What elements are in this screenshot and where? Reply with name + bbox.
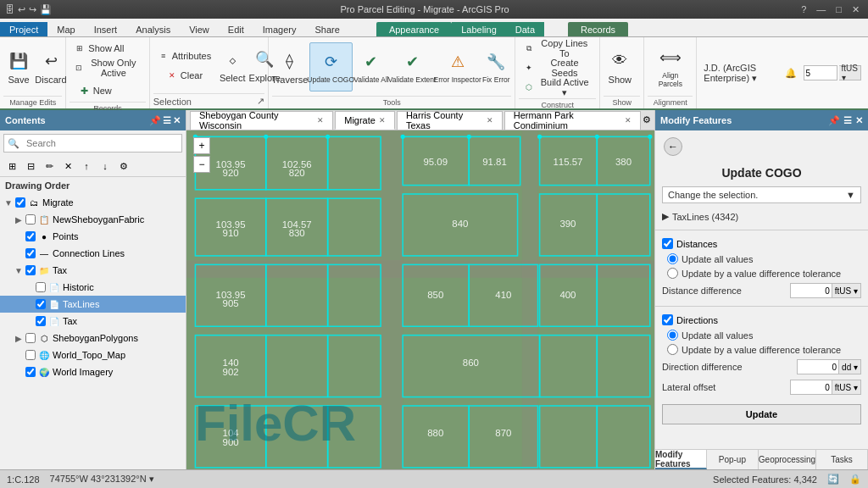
- expand-newsheboygan[interactable]: ▶: [14, 214, 24, 225]
- distances-radio-diff-input[interactable]: [667, 268, 678, 279]
- layer-item-historic[interactable]: ▶ 📄 Historic: [0, 279, 186, 296]
- update-button[interactable]: Update: [662, 404, 861, 424]
- search-input[interactable]: [23, 138, 181, 148]
- traverse-button[interactable]: ⟠ Traverse: [272, 42, 308, 92]
- map-config-icon[interactable]: ⚙: [643, 114, 651, 125]
- selection-expand-icon[interactable]: ↗: [257, 96, 264, 107]
- layer-item-sheboyganpolygons[interactable]: ▶ ⬡ SheboyganPolygons: [0, 330, 186, 347]
- tree-expand-icon[interactable]: ▶: [662, 211, 669, 222]
- search-box[interactable]: 🔍: [3, 134, 182, 152]
- tool-7[interactable]: ⚙: [115, 158, 132, 175]
- direction-diff-input[interactable]: [797, 359, 839, 374]
- zoom-in-button[interactable]: +: [193, 137, 210, 154]
- validate-extent-button[interactable]: ✔ Validate Extent: [390, 42, 434, 92]
- layer-item-tax[interactable]: ▼ 📁 Tax: [0, 262, 186, 279]
- layer-item-connectionlines[interactable]: ▶ — Connection Lines: [0, 245, 186, 262]
- new-button[interactable]: ✚ New: [70, 81, 120, 100]
- expand-sheboyganpolygons[interactable]: ▶: [14, 333, 24, 343]
- undo-icon[interactable]: ↩: [18, 4, 25, 15]
- checkbox-worldimagery[interactable]: [25, 367, 36, 377]
- user-name[interactable]: J.D. (ArcGIS Enterprise) ▾: [704, 63, 777, 84]
- map-view[interactable]: 103.95 920 102.56 820 95.09 91.81 115.57…: [186, 130, 654, 469]
- selection-dropdown[interactable]: Change the selection. ▼: [662, 186, 861, 203]
- distances-radio-all-input[interactable]: [667, 253, 678, 264]
- spinner-unit[interactable]: ftUS ▾: [839, 65, 861, 80]
- layer-item-tax2[interactable]: ▶ 📄 Tax: [0, 313, 186, 330]
- distance-unit[interactable]: ftUS ▾: [832, 283, 861, 298]
- tab-view[interactable]: View: [180, 22, 219, 36]
- map-tab-harris[interactable]: Harris County Texas ✕: [397, 111, 503, 130]
- tool-4[interactable]: ✕: [59, 158, 76, 175]
- map-tab-harris-close[interactable]: ✕: [487, 116, 493, 125]
- map-tab-sheboygan-close[interactable]: ✕: [317, 116, 324, 125]
- back-button[interactable]: ←: [664, 137, 682, 156]
- tab-map[interactable]: Map: [47, 22, 84, 36]
- layer-item-taxlines[interactable]: ▶ 📄 TaxLines: [0, 296, 186, 313]
- status-refresh-icon[interactable]: 🔄: [827, 474, 839, 485]
- checkbox-tax2[interactable]: [36, 316, 46, 326]
- tab-appearance[interactable]: Appearance: [376, 22, 452, 36]
- sidebar-menu-icon[interactable]: ☰: [163, 115, 171, 126]
- tab-data[interactable]: Data: [506, 22, 544, 36]
- redo-icon[interactable]: ↪: [29, 4, 36, 15]
- layer-item-worldimagery[interactable]: ▶ 🌍 World Imagery: [0, 363, 186, 380]
- save-icon[interactable]: 💾: [40, 4, 52, 15]
- tool-6[interactable]: ↓: [97, 158, 114, 175]
- clear-button[interactable]: ✕ Clear: [153, 66, 215, 85]
- map-tab-migrate-close[interactable]: ✕: [379, 116, 386, 125]
- notification-icon[interactable]: 🔔: [785, 68, 797, 79]
- checkbox-points[interactable]: [25, 231, 36, 241]
- discard-button[interactable]: ↩ Discard: [36, 42, 66, 92]
- checkbox-newsheboygan[interactable]: [25, 214, 36, 225]
- panel-menu-icon[interactable]: ☰: [843, 115, 852, 126]
- map-tab-hermann-close[interactable]: ✕: [625, 116, 632, 125]
- checkbox-historic[interactable]: [36, 282, 46, 292]
- minimize-btn[interactable]: —: [813, 4, 829, 15]
- expand-tax[interactable]: ▼: [14, 265, 24, 275]
- copy-lines-to-button[interactable]: ⧉ Copy Lines To: [519, 39, 596, 58]
- tab-share[interactable]: Share: [306, 22, 349, 36]
- checkbox-sheboyganpolygons[interactable]: [25, 333, 36, 343]
- sidebar-pin-icon[interactable]: 📌: [149, 115, 161, 126]
- error-inspector-button[interactable]: ⚠ Error Inspector: [436, 42, 479, 92]
- tab-analysis[interactable]: Analysis: [126, 22, 180, 36]
- bottom-tab-modify-features[interactable]: Modify Features: [655, 450, 707, 469]
- bottom-tab-popup[interactable]: Pop-up: [707, 450, 759, 469]
- map-tab-migrate[interactable]: Migrate ✕: [335, 111, 395, 130]
- build-active-button[interactable]: ⬡ Build Active ▾: [519, 78, 596, 97]
- bottom-tab-geoprocessing[interactable]: Geoprocessing: [759, 450, 816, 469]
- checkbox-taxlines[interactable]: [36, 299, 46, 309]
- tab-insert[interactable]: Insert: [85, 22, 127, 36]
- tool-1[interactable]: ⊞: [3, 158, 20, 175]
- update-cogo-button[interactable]: ⟳ Update COGO: [309, 42, 353, 92]
- directions-checkbox[interactable]: [662, 314, 673, 325]
- tool-5[interactable]: ↑: [78, 158, 95, 175]
- distances-checkbox[interactable]: [662, 238, 673, 249]
- lateral-offset-input[interactable]: [790, 380, 832, 395]
- direction-unit[interactable]: dd ▾: [839, 359, 861, 374]
- tool-2[interactable]: ⊟: [22, 158, 39, 175]
- fix-error-button[interactable]: 🔧 Fix Error: [481, 42, 511, 92]
- checkbox-worldtopomap[interactable]: [25, 350, 36, 360]
- tab-imagery[interactable]: Imagery: [253, 22, 306, 36]
- sidebar-close-icon[interactable]: ✕: [173, 115, 181, 126]
- panel-pin-icon[interactable]: 📌: [828, 115, 840, 126]
- tab-project[interactable]: Project: [0, 22, 47, 36]
- align-parcels-button[interactable]: ⟺ Align Parcels: [648, 42, 693, 92]
- checkbox-connectionlines[interactable]: [25, 248, 36, 258]
- directions-radio-diff-input[interactable]: [667, 344, 678, 355]
- zoom-out-button[interactable]: −: [193, 156, 210, 173]
- spinner-input[interactable]: [804, 65, 837, 80]
- validate-all-button[interactable]: ✔ Validate All: [354, 42, 389, 92]
- expand-migrate[interactable]: ▼: [3, 197, 14, 208]
- directions-radio-all-input[interactable]: [667, 330, 678, 341]
- status-lock-icon[interactable]: 🔒: [849, 474, 861, 485]
- maximize-btn[interactable]: □: [832, 4, 845, 15]
- distance-diff-input[interactable]: [790, 283, 832, 298]
- checkbox-migrate[interactable]: [15, 197, 25, 208]
- map-tab-hermann[interactable]: Hermann Park Condiminium ✕: [504, 111, 641, 130]
- create-seeds-button[interactable]: ✦ Create Seeds: [519, 58, 596, 77]
- layer-item-worldtopomap[interactable]: ▶ 🌐 World_Topo_Map: [0, 347, 186, 363]
- lateral-unit[interactable]: ftUS ▾: [832, 380, 861, 395]
- save-button[interactable]: 💾 Save: [3, 42, 34, 92]
